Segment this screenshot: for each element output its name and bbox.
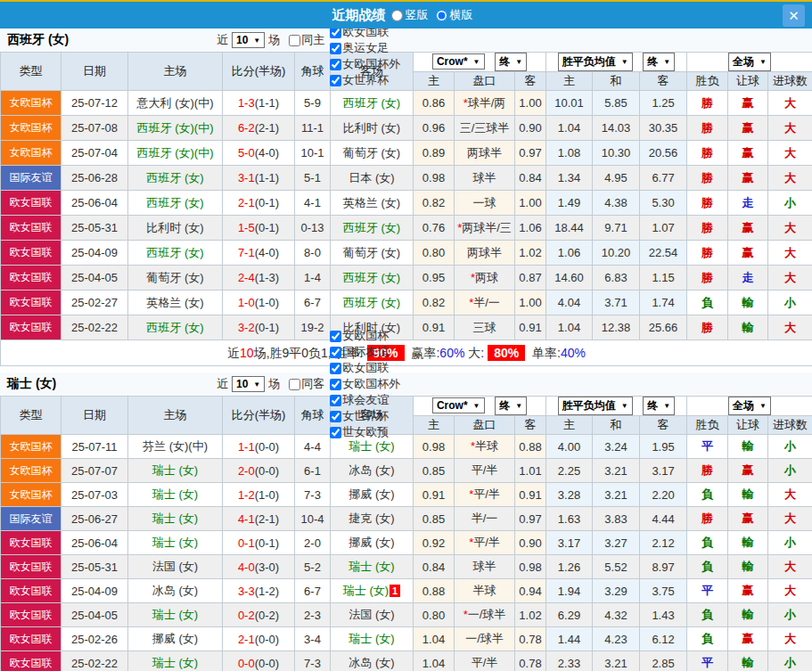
crow-home-odds: 0.82 bbox=[414, 191, 455, 216]
league-checkbox[interactable] bbox=[330, 347, 341, 358]
match-date: 25-05-31 bbox=[62, 216, 128, 241]
crow-away-odds: 1.00 bbox=[515, 191, 546, 216]
avg-away-odds: 8.97 bbox=[640, 555, 687, 579]
same-venue-checkbox[interactable] bbox=[289, 35, 300, 46]
scope-group-header: 全场▼ bbox=[687, 397, 812, 416]
result-winloss: 勝 bbox=[687, 507, 728, 531]
home-team: 瑞士 (女) bbox=[128, 459, 223, 483]
match-score: 2-1(0-1) bbox=[223, 191, 295, 216]
away-team: 葡萄牙 (女) bbox=[331, 141, 414, 166]
crow-away-odds: 0.90 bbox=[515, 531, 546, 555]
result-goals: 大 bbox=[768, 555, 812, 579]
odds-time-select[interactable]: 终▼ bbox=[495, 397, 527, 415]
league-filter[interactable]: 欧女国联 bbox=[328, 360, 400, 376]
col-handicap-result: 让球 bbox=[728, 72, 768, 91]
league-checkbox[interactable] bbox=[330, 427, 341, 438]
goal-badge: 1 bbox=[390, 585, 400, 597]
col-home: 主场 bbox=[128, 397, 223, 435]
avg-home-odds: 1.49 bbox=[546, 191, 593, 216]
match-date: 25-07-12 bbox=[62, 91, 128, 116]
match-row: 欧女国联25-02-26挪威 (女)2-1(0-0)3-4瑞士 (女)1.04一… bbox=[1, 627, 812, 651]
result-handicap: 赢 bbox=[728, 166, 768, 191]
league-badge: 女欧国杯 bbox=[1, 459, 62, 483]
league-badge: 女欧国杯 bbox=[1, 435, 62, 459]
bookmaker-select[interactable]: Crow*▼ bbox=[432, 397, 485, 413]
odds-time-select[interactable]: 终▼ bbox=[495, 53, 527, 71]
league-filter[interactable]: 女欧国杯外 bbox=[328, 376, 400, 392]
scope-select[interactable]: 全场▼ bbox=[728, 53, 771, 71]
col-date: 日期 bbox=[62, 53, 128, 91]
match-score: 3-1(1-1) bbox=[223, 166, 295, 191]
result-goals: 大 bbox=[768, 627, 812, 651]
avg-away-odds: 6.77 bbox=[640, 166, 687, 191]
corner-score: 5-1 bbox=[295, 166, 331, 191]
results-tbody: 女欧国杯25-07-11芬兰 (女)(中)1-1(0-0)4-4瑞士 (女)0.… bbox=[1, 435, 812, 671]
league-checkbox[interactable] bbox=[330, 59, 341, 70]
col-goals: 进球数 bbox=[768, 416, 812, 435]
league-checkbox[interactable] bbox=[330, 363, 341, 374]
result-handicap: 輸 bbox=[728, 603, 768, 627]
crow-home-odds: 0.91 bbox=[414, 483, 455, 507]
avg-home-odds: 3.17 bbox=[546, 531, 593, 555]
away-team: 捷克 (女) bbox=[331, 507, 414, 531]
avg-home-odds: 1.94 bbox=[546, 579, 593, 603]
league-filter[interactable]: 奥运女足 bbox=[328, 40, 400, 56]
recent-count-select[interactable]: 10▼ bbox=[232, 376, 265, 392]
crow-home-odds: 0.80 bbox=[414, 603, 455, 627]
home-team: 瑞士 (女) bbox=[128, 603, 223, 627]
bookmaker-select[interactable]: Crow*▼ bbox=[432, 53, 485, 70]
same-venue-filter[interactable]: 同主 bbox=[287, 32, 324, 48]
scope-select[interactable]: 全场▼ bbox=[728, 397, 771, 415]
match-date: 25-07-11 bbox=[62, 435, 128, 459]
col-winloss: 胜负 bbox=[687, 72, 728, 91]
crow-away-odds: 0.90 bbox=[515, 116, 546, 141]
avg-away-odds: 20.56 bbox=[640, 141, 687, 166]
result-goals: 大 bbox=[768, 116, 812, 141]
same-venue-checkbox[interactable] bbox=[289, 379, 300, 390]
match-score: 0-0(0-0) bbox=[223, 651, 295, 671]
league-checkbox[interactable] bbox=[330, 395, 341, 406]
close-icon[interactable]: ✕ bbox=[783, 4, 805, 27]
result-handicap: 走 bbox=[728, 191, 768, 216]
layout-option-horizontal[interactable]: 横版 bbox=[436, 7, 473, 23]
league-checkbox[interactable] bbox=[330, 379, 341, 390]
result-winloss: 勝 bbox=[687, 141, 728, 166]
match-date: 25-02-27 bbox=[62, 290, 128, 315]
league-filter[interactable]: 球会友谊 bbox=[328, 392, 400, 408]
chevron-down-icon: ▼ bbox=[621, 58, 628, 66]
col-avg-home: 主 bbox=[546, 416, 593, 435]
avg-time-select[interactable]: 终▼ bbox=[643, 53, 675, 71]
league-checkbox[interactable] bbox=[330, 43, 341, 54]
match-score: 4-1(2-1) bbox=[223, 507, 295, 531]
league-badge: 国际友谊 bbox=[1, 507, 62, 531]
league-filter[interactable]: 国际友谊 bbox=[328, 344, 400, 360]
avg-select[interactable]: 胜平负均值▼ bbox=[558, 53, 633, 71]
league-checkbox[interactable] bbox=[330, 411, 341, 422]
avg-away-odds: 2.12 bbox=[640, 531, 687, 555]
league-filter[interactable]: 女欧国杯 bbox=[328, 328, 400, 344]
layout-option-vertical[interactable]: 竖版 bbox=[391, 7, 429, 23]
col-odds-home: 主 bbox=[414, 416, 455, 435]
league-badge: 女欧国杯 bbox=[1, 141, 62, 166]
avg-draw-odds: 4.38 bbox=[593, 191, 640, 216]
result-goals: 大 bbox=[768, 216, 812, 241]
recent-count-select[interactable]: 10▼ bbox=[232, 32, 265, 48]
horizontal-radio[interactable] bbox=[436, 10, 447, 21]
match-score: 0-2(0-2) bbox=[223, 603, 295, 627]
avg-time-select[interactable]: 终▼ bbox=[643, 397, 675, 415]
vertical-radio[interactable] bbox=[391, 10, 403, 21]
chevron-down-icon: ▼ bbox=[759, 58, 767, 66]
avg-home-odds: 1.04 bbox=[546, 315, 593, 340]
crow-away-odds: 0.78 bbox=[515, 627, 546, 651]
avg-draw-odds: 4.23 bbox=[593, 627, 640, 651]
league-checkbox[interactable] bbox=[330, 331, 341, 342]
same-venue-filter[interactable]: 同客 bbox=[287, 376, 324, 392]
league-checkbox[interactable] bbox=[330, 75, 341, 86]
result-handicap: 輸 bbox=[728, 315, 768, 340]
crow-home-odds: 0.76 bbox=[414, 216, 455, 241]
result-goals: 大 bbox=[768, 241, 812, 266]
crow-handicap: *半球 bbox=[455, 435, 515, 459]
league-badge: 女欧国杯 bbox=[1, 116, 62, 141]
match-date: 25-02-22 bbox=[62, 315, 128, 340]
avg-select[interactable]: 胜平负均值▼ bbox=[558, 397, 633, 415]
